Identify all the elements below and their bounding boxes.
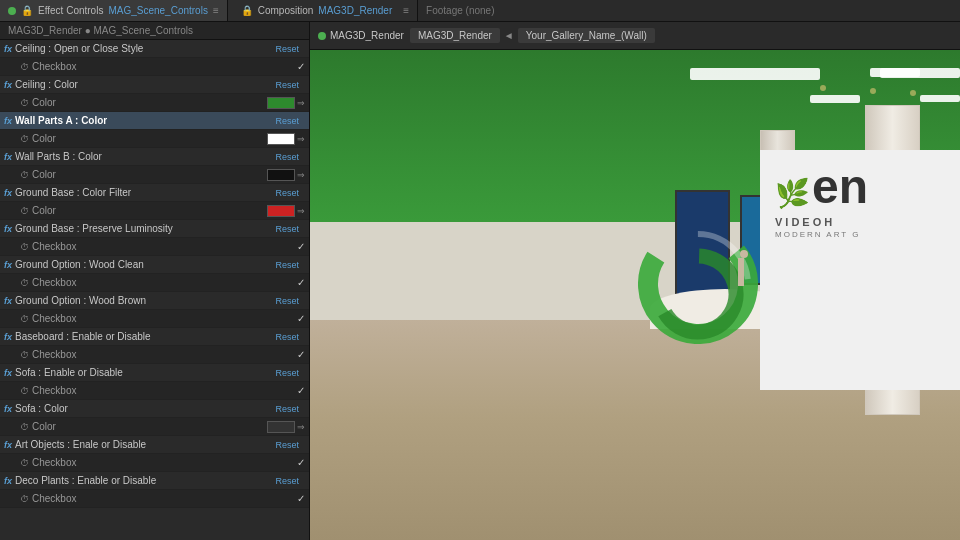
ceiling-light-6 bbox=[920, 95, 960, 102]
breadcrumb-layer[interactable]: Your_Gallery_Name_(Wall) bbox=[518, 28, 655, 43]
sub-row-art-objects-enable-disable-checkbox[interactable]: ⏱Checkbox✓ bbox=[0, 454, 309, 472]
sub-row-ceiling-open-close-checkbox[interactable]: ⏱Checkbox✓ bbox=[0, 58, 309, 76]
ceiling-light-1 bbox=[690, 68, 820, 80]
reset-button-ground-option-wood-brown[interactable]: Reset bbox=[275, 296, 299, 306]
fx-icon: fx bbox=[4, 152, 12, 162]
effect-row-wall-parts-b-color[interactable]: fxWall Parts B : ColorReset bbox=[0, 148, 309, 166]
effect-name-ground-base-color-filter: Ground Base : Color Filter bbox=[15, 187, 275, 198]
effect-row-ceiling-open-close[interactable]: fxCeiling : Open or Close StyleReset bbox=[0, 40, 309, 58]
sub-label-ceiling-open-close: Checkbox bbox=[32, 61, 297, 72]
reset-button-ground-base-color-filter[interactable]: Reset bbox=[275, 188, 299, 198]
sub-row-wall-parts-a-color-color[interactable]: ⏱Color⇒ bbox=[0, 130, 309, 148]
effect-row-ground-base-preserve-luminosity[interactable]: fxGround Base : Preserve LuminosityReset bbox=[0, 220, 309, 238]
effect-row-ground-base-color-filter[interactable]: fxGround Base : Color FilterReset bbox=[0, 184, 309, 202]
sub-row-ceiling-color-color[interactable]: ⏱Color⇒ bbox=[0, 94, 309, 112]
reset-button-ground-option-wood-clean[interactable]: Reset bbox=[275, 260, 299, 270]
reset-button-ground-base-preserve-luminosity[interactable]: Reset bbox=[275, 224, 299, 234]
footage-tab[interactable]: Footage (none) bbox=[418, 0, 502, 21]
clock-icon: ⏱ bbox=[20, 278, 29, 288]
sub-row-baseboard-enable-disable-checkbox[interactable]: ⏱Checkbox✓ bbox=[0, 346, 309, 364]
effect-row-sofa-color[interactable]: fxSofa : ColorReset bbox=[0, 400, 309, 418]
effect-row-sofa-enable-disable[interactable]: fxSofa : Enable or DisableReset bbox=[0, 364, 309, 382]
logo-panel: 🌿 en VIDEOH MODERN ART G bbox=[760, 150, 960, 390]
effect-list[interactable]: fxCeiling : Open or Close StyleReset⏱Che… bbox=[0, 40, 309, 540]
effect-name-ground-base-preserve-luminosity: Ground Base : Preserve Luminosity bbox=[15, 223, 275, 234]
effect-name-deco-plants-enable-disable: Deco Plants : Enable or Disable bbox=[15, 475, 275, 486]
footage-label: Footage (none) bbox=[426, 5, 494, 16]
effect-name-ground-option-wood-clean: Ground Option : Wood Clean bbox=[15, 259, 275, 270]
sub-label-art-objects-enable-disable: Checkbox bbox=[32, 457, 297, 468]
reset-button-wall-parts-a-color[interactable]: Reset bbox=[275, 116, 299, 126]
effect-name-sofa-color: Sofa : Color bbox=[15, 403, 275, 414]
spot-light-3 bbox=[910, 90, 916, 96]
effect-controls-tab[interactable]: 🔒 Effect Controls MAG_Scene_Controls ≡ bbox=[0, 0, 228, 21]
lock-icon2: 🔒 bbox=[241, 5, 253, 16]
composition-label: Composition bbox=[258, 5, 314, 16]
scene: 🌿 en VIDEOH MODERN ART G bbox=[310, 50, 960, 540]
human-figure bbox=[737, 250, 745, 286]
logo-subtext: MODERN ART G bbox=[775, 230, 861, 239]
effect-row-art-objects-enable-disable[interactable]: fxArt Objects : Enale or DisableReset bbox=[0, 436, 309, 454]
reset-button-baseboard-enable-disable[interactable]: Reset bbox=[275, 332, 299, 342]
reset-button-ceiling-open-close[interactable]: Reset bbox=[275, 44, 299, 54]
effect-row-ground-option-wood-brown[interactable]: fxGround Option : Wood BrownReset bbox=[0, 292, 309, 310]
sub-row-sofa-color-color[interactable]: ⏱Color⇒ bbox=[0, 418, 309, 436]
clock-icon: ⏱ bbox=[20, 458, 29, 468]
effect-name-sofa-enable-disable: Sofa : Enable or Disable bbox=[15, 367, 275, 378]
checkmark-baseboard-enable-disable: ✓ bbox=[297, 349, 305, 360]
fx-icon: fx bbox=[4, 260, 12, 270]
sub-row-ground-option-wood-clean-checkbox[interactable]: ⏱Checkbox✓ bbox=[0, 274, 309, 292]
reset-button-art-objects-enable-disable[interactable]: Reset bbox=[275, 440, 299, 450]
swatch-arrow-ground-base-color-filter: ⇒ bbox=[297, 206, 305, 216]
color-swatch-wall-parts-b-color[interactable] bbox=[267, 169, 295, 181]
effect-row-ceiling-color[interactable]: fxCeiling : ColorReset bbox=[0, 76, 309, 94]
swatch-arrow-sofa-color: ⇒ bbox=[297, 422, 305, 432]
swatch-arrow-ceiling-color: ⇒ bbox=[297, 98, 305, 108]
effect-name-art-objects-enable-disable: Art Objects : Enale or Disable bbox=[15, 439, 275, 450]
spot-light-2 bbox=[870, 88, 876, 94]
sub-row-ground-base-preserve-luminosity-checkbox[interactable]: ⏱Checkbox✓ bbox=[0, 238, 309, 256]
comp-header-dot bbox=[318, 32, 326, 40]
checkmark-sofa-enable-disable: ✓ bbox=[297, 385, 305, 396]
color-swatch-ceiling-color[interactable] bbox=[267, 97, 295, 109]
fx-icon: fx bbox=[4, 116, 12, 126]
effect-row-deco-plants-enable-disable[interactable]: fxDeco Plants : Enable or DisableReset bbox=[0, 472, 309, 490]
breadcrumb-arrow: ◄ bbox=[504, 30, 514, 41]
panel-menu-icon[interactable]: ≡ bbox=[213, 5, 219, 16]
sub-row-ground-option-wood-brown-checkbox[interactable]: ⏱Checkbox✓ bbox=[0, 310, 309, 328]
reset-button-sofa-enable-disable[interactable]: Reset bbox=[275, 368, 299, 378]
reset-button-ceiling-color[interactable]: Reset bbox=[275, 80, 299, 90]
sub-row-ground-base-color-filter-color[interactable]: ⏱Color⇒ bbox=[0, 202, 309, 220]
effect-row-ground-option-wood-clean[interactable]: fxGround Option : Wood CleanReset bbox=[0, 256, 309, 274]
sub-row-deco-plants-enable-disable-checkbox[interactable]: ⏱Checkbox✓ bbox=[0, 490, 309, 508]
color-swatch-sofa-color[interactable] bbox=[267, 421, 295, 433]
sub-label-ground-base-preserve-luminosity: Checkbox bbox=[32, 241, 297, 252]
comp-top-bar: MAG3D_Render MAG3D_Render ◄ Your_Gallery… bbox=[310, 22, 960, 50]
effect-row-baseboard-enable-disable[interactable]: fxBaseboard : Enable or DisableReset bbox=[0, 328, 309, 346]
swatch-arrow-wall-parts-a-color: ⇒ bbox=[297, 134, 305, 144]
clock-icon: ⏱ bbox=[20, 494, 29, 504]
breadcrumb-comp[interactable]: MAG3D_Render bbox=[410, 28, 500, 43]
reset-button-sofa-color[interactable]: Reset bbox=[275, 404, 299, 414]
effect-controls-filename: MAG_Scene_Controls bbox=[108, 5, 208, 16]
comp-menu-icon[interactable]: ≡ bbox=[403, 5, 409, 16]
clock-icon: ⏱ bbox=[20, 386, 29, 396]
ceiling-light-5 bbox=[810, 95, 860, 103]
effect-name-wall-parts-b-color: Wall Parts B : Color bbox=[15, 151, 275, 162]
clock-icon: ⏱ bbox=[20, 62, 29, 72]
clock-icon: ⏱ bbox=[20, 206, 29, 216]
fx-icon: fx bbox=[4, 224, 12, 234]
composition-filename: MAG3D_Render bbox=[318, 5, 392, 16]
ceiling-light-4 bbox=[870, 68, 920, 77]
color-swatch-wall-parts-a-color[interactable] bbox=[267, 133, 295, 145]
reset-button-wall-parts-b-color[interactable]: Reset bbox=[275, 152, 299, 162]
sub-row-wall-parts-b-color-color[interactable]: ⏱Color⇒ bbox=[0, 166, 309, 184]
fx-icon: fx bbox=[4, 296, 12, 306]
sub-row-sofa-enable-disable-checkbox[interactable]: ⏱Checkbox✓ bbox=[0, 382, 309, 400]
composition-tab[interactable]: 🔒 Composition MAG3D_Render ≡ bbox=[228, 0, 418, 21]
figure-head bbox=[740, 250, 748, 258]
color-swatch-ground-base-color-filter[interactable] bbox=[267, 205, 295, 217]
reset-button-deco-plants-enable-disable[interactable]: Reset bbox=[275, 476, 299, 486]
swatch-arrow-wall-parts-b-color: ⇒ bbox=[297, 170, 305, 180]
effect-row-wall-parts-a-color[interactable]: fxWall Parts A : ColorReset bbox=[0, 112, 309, 130]
